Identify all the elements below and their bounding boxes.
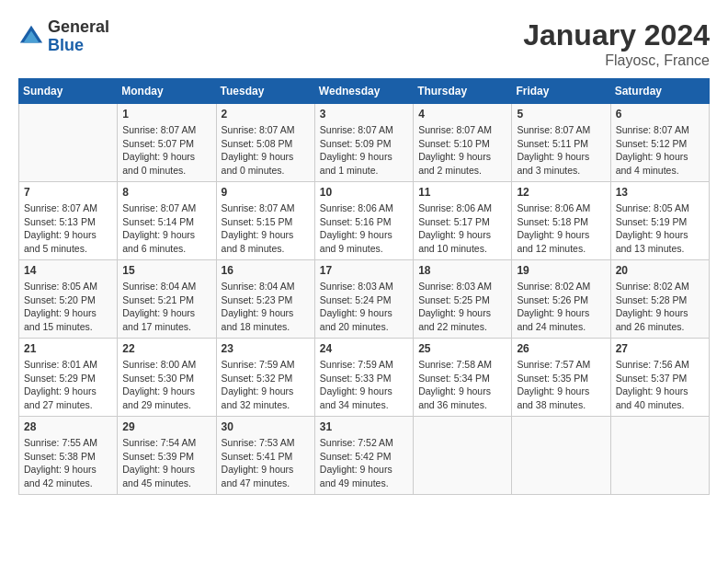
day-number: 21	[24, 342, 112, 355]
calendar-day-cell	[19, 104, 118, 182]
calendar-subtitle: Flayosc, France	[523, 52, 710, 69]
calendar-day-cell: 29Sunrise: 7:54 AMSunset: 5:39 PMDayligh…	[118, 417, 216, 495]
day-info: Sunrise: 7:55 AMSunset: 5:38 PMDaylight:…	[24, 436, 112, 490]
calendar-day-cell: 27Sunrise: 7:56 AMSunset: 5:37 PMDayligh…	[610, 339, 709, 417]
calendar-day-cell: 3Sunrise: 8:07 AMSunset: 5:09 PMDaylight…	[314, 104, 413, 182]
calendar-week-row: 7Sunrise: 8:07 AMSunset: 5:13 PMDaylight…	[19, 182, 710, 260]
day-of-week-header: Wednesday	[314, 79, 413, 104]
calendar-day-cell: 2Sunrise: 8:07 AMSunset: 5:08 PMDaylight…	[216, 104, 314, 182]
day-of-week-header: Sunday	[19, 79, 118, 104]
calendar-day-cell: 22Sunrise: 8:00 AMSunset: 5:30 PMDayligh…	[118, 339, 216, 417]
day-number: 19	[517, 264, 605, 277]
calendar-day-cell: 14Sunrise: 8:05 AMSunset: 5:20 PMDayligh…	[19, 260, 118, 339]
calendar-day-cell: 25Sunrise: 7:58 AMSunset: 5:34 PMDayligh…	[414, 339, 512, 417]
calendar-day-cell: 5Sunrise: 8:07 AMSunset: 5:11 PMDaylight…	[512, 104, 610, 182]
day-number: 9	[222, 186, 310, 199]
title-section: January 2024 Flayosc, France	[523, 18, 710, 69]
day-info: Sunrise: 7:58 AMSunset: 5:34 PMDaylight:…	[418, 358, 506, 412]
day-info: Sunrise: 8:04 AMSunset: 5:23 PMDaylight:…	[222, 280, 310, 334]
day-info: Sunrise: 8:01 AMSunset: 5:29 PMDaylight:…	[24, 358, 112, 412]
day-number: 28	[24, 420, 112, 433]
day-number: 31	[320, 420, 408, 433]
day-number: 29	[122, 420, 210, 433]
day-number: 4	[418, 108, 506, 121]
day-of-week-header: Saturday	[610, 79, 709, 104]
calendar-day-cell: 16Sunrise: 8:04 AMSunset: 5:23 PMDayligh…	[216, 260, 314, 339]
logo-general-text: General	[48, 17, 109, 36]
day-number: 2	[222, 108, 310, 121]
day-number: 20	[616, 264, 704, 277]
day-info: Sunrise: 8:06 AMSunset: 5:18 PMDaylight:…	[517, 201, 605, 256]
calendar-day-cell: 12Sunrise: 8:06 AMSunset: 5:18 PMDayligh…	[512, 182, 610, 260]
day-info: Sunrise: 8:00 AMSunset: 5:30 PMDaylight:…	[122, 358, 210, 412]
calendar-title: January 2024	[523, 18, 710, 52]
day-info: Sunrise: 8:07 AMSunset: 5:11 PMDaylight:…	[517, 123, 605, 178]
calendar-day-cell: 24Sunrise: 7:59 AMSunset: 5:33 PMDayligh…	[314, 339, 413, 417]
calendar-day-cell: 4Sunrise: 8:07 AMSunset: 5:10 PMDaylight…	[414, 104, 512, 182]
day-number: 6	[616, 108, 704, 121]
calendar-day-cell	[512, 417, 610, 495]
calendar-day-cell: 13Sunrise: 8:05 AMSunset: 5:19 PMDayligh…	[610, 182, 709, 260]
day-info: Sunrise: 7:52 AMSunset: 5:42 PMDaylight:…	[320, 436, 408, 490]
calendar-day-cell: 9Sunrise: 8:07 AMSunset: 5:15 PMDaylight…	[216, 182, 314, 260]
day-number: 30	[222, 420, 310, 433]
calendar-day-cell	[610, 417, 709, 495]
calendar-day-cell: 26Sunrise: 7:57 AMSunset: 5:35 PMDayligh…	[512, 339, 610, 417]
calendar-day-cell: 21Sunrise: 8:01 AMSunset: 5:29 PMDayligh…	[19, 339, 118, 417]
logo-blue-text: Blue	[48, 36, 84, 54]
day-info: Sunrise: 8:04 AMSunset: 5:21 PMDaylight:…	[122, 280, 210, 334]
day-number: 25	[418, 342, 506, 355]
calendar-week-row: 28Sunrise: 7:55 AMSunset: 5:38 PMDayligh…	[19, 417, 710, 495]
calendar-day-cell: 15Sunrise: 8:04 AMSunset: 5:21 PMDayligh…	[118, 260, 216, 339]
page-header: General Blue January 2024 Flayosc, Franc…	[18, 18, 710, 69]
day-info: Sunrise: 7:53 AMSunset: 5:41 PMDaylight:…	[222, 436, 310, 490]
day-info: Sunrise: 8:07 AMSunset: 5:15 PMDaylight:…	[222, 201, 310, 256]
calendar-week-row: 21Sunrise: 8:01 AMSunset: 5:29 PMDayligh…	[19, 339, 710, 417]
day-of-week-header: Friday	[512, 79, 610, 104]
calendar-header-row: SundayMondayTuesdayWednesdayThursdayFrid…	[19, 79, 710, 104]
day-info: Sunrise: 8:07 AMSunset: 5:07 PMDaylight:…	[122, 123, 210, 178]
day-info: Sunrise: 7:59 AMSunset: 5:32 PMDaylight:…	[222, 358, 310, 412]
calendar-day-cell: 31Sunrise: 7:52 AMSunset: 5:42 PMDayligh…	[314, 417, 413, 495]
calendar-day-cell: 1Sunrise: 8:07 AMSunset: 5:07 PMDaylight…	[118, 104, 216, 182]
day-info: Sunrise: 8:07 AMSunset: 5:08 PMDaylight:…	[222, 123, 310, 178]
day-info: Sunrise: 8:07 AMSunset: 5:14 PMDaylight:…	[122, 201, 210, 256]
day-number: 22	[122, 342, 210, 355]
day-number: 23	[222, 342, 310, 355]
day-info: Sunrise: 8:03 AMSunset: 5:25 PMDaylight:…	[418, 280, 506, 334]
day-number: 26	[517, 342, 605, 355]
calendar-day-cell: 7Sunrise: 8:07 AMSunset: 5:13 PMDaylight…	[19, 182, 118, 260]
day-info: Sunrise: 8:02 AMSunset: 5:28 PMDaylight:…	[616, 280, 704, 334]
day-info: Sunrise: 8:07 AMSunset: 5:13 PMDaylight:…	[24, 201, 112, 256]
day-number: 12	[517, 186, 605, 199]
day-of-week-header: Thursday	[414, 79, 512, 104]
logo-icon	[18, 24, 44, 50]
day-number: 8	[122, 186, 210, 199]
day-number: 17	[320, 264, 408, 277]
day-info: Sunrise: 8:03 AMSunset: 5:24 PMDaylight:…	[320, 280, 408, 334]
day-number: 18	[418, 264, 506, 277]
calendar-table: SundayMondayTuesdayWednesdayThursdayFrid…	[18, 78, 710, 495]
day-number: 10	[320, 186, 408, 199]
calendar-day-cell: 11Sunrise: 8:06 AMSunset: 5:17 PMDayligh…	[414, 182, 512, 260]
day-info: Sunrise: 8:07 AMSunset: 5:12 PMDaylight:…	[616, 123, 704, 178]
calendar-day-cell: 18Sunrise: 8:03 AMSunset: 5:25 PMDayligh…	[414, 260, 512, 339]
calendar-day-cell: 30Sunrise: 7:53 AMSunset: 5:41 PMDayligh…	[216, 417, 314, 495]
calendar-day-cell: 19Sunrise: 8:02 AMSunset: 5:26 PMDayligh…	[512, 260, 610, 339]
day-info: Sunrise: 8:05 AMSunset: 5:20 PMDaylight:…	[24, 280, 112, 334]
day-number: 15	[122, 264, 210, 277]
day-info: Sunrise: 7:59 AMSunset: 5:33 PMDaylight:…	[320, 358, 408, 412]
calendar-day-cell	[414, 417, 512, 495]
day-of-week-header: Monday	[118, 79, 216, 104]
calendar-week-row: 1Sunrise: 8:07 AMSunset: 5:07 PMDaylight…	[19, 104, 710, 182]
day-info: Sunrise: 7:54 AMSunset: 5:39 PMDaylight:…	[122, 436, 210, 490]
day-number: 16	[222, 264, 310, 277]
calendar-day-cell: 10Sunrise: 8:06 AMSunset: 5:16 PMDayligh…	[314, 182, 413, 260]
day-number: 13	[616, 186, 704, 199]
day-info: Sunrise: 8:07 AMSunset: 5:10 PMDaylight:…	[418, 123, 506, 178]
day-info: Sunrise: 8:02 AMSunset: 5:26 PMDaylight:…	[517, 280, 605, 334]
calendar-day-cell: 17Sunrise: 8:03 AMSunset: 5:24 PMDayligh…	[314, 260, 413, 339]
day-info: Sunrise: 8:06 AMSunset: 5:16 PMDaylight:…	[320, 201, 408, 256]
calendar-day-cell: 23Sunrise: 7:59 AMSunset: 5:32 PMDayligh…	[216, 339, 314, 417]
calendar-day-cell: 8Sunrise: 8:07 AMSunset: 5:14 PMDaylight…	[118, 182, 216, 260]
